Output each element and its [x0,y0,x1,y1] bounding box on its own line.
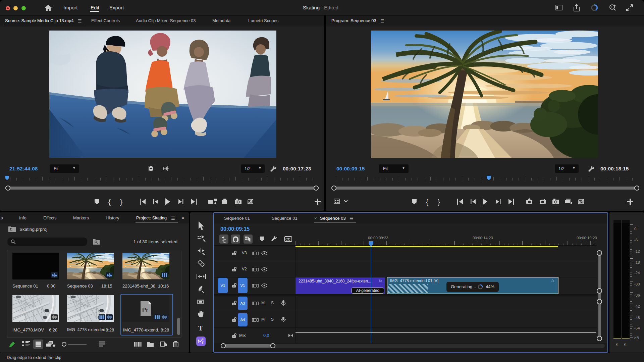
svg-text:{: { [108,198,111,206]
svg-text:T: T [198,324,203,332]
svg-text:CC: CC [285,238,290,241]
svg-text:}: } [438,198,440,206]
svg-text:}: } [120,198,122,206]
svg-text:Pr: Pr [142,307,148,313]
svg-text:{: { [426,198,428,206]
